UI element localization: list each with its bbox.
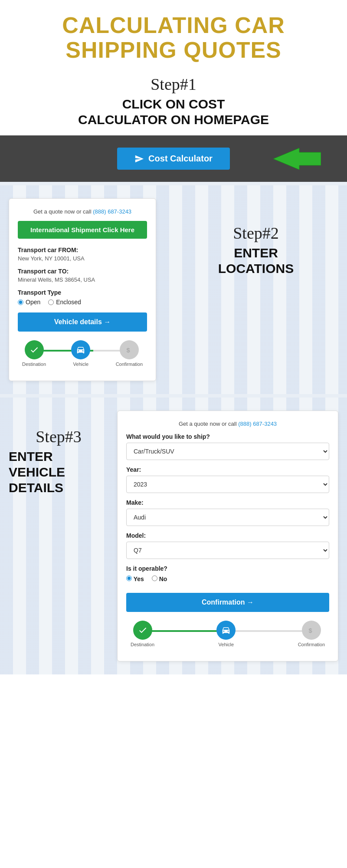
- dark-banner: Cost Calculator: [0, 135, 347, 182]
- svg-text:$: $: [308, 627, 312, 634]
- progress3-step-destination: Destination: [131, 621, 154, 647]
- svg-text:$: $: [126, 347, 130, 354]
- check3-icon: [138, 625, 147, 635]
- confirmation3-circle: $: [302, 621, 321, 640]
- step1-section: Step#1 CLICK ON COST CALCULATOR ON HOMEP…: [0, 75, 347, 182]
- no-radio[interactable]: [152, 575, 157, 581]
- make-label: Make:: [126, 499, 329, 506]
- from-value: New York, NY 10001, USA: [18, 255, 147, 262]
- transport-type-row: Transport Type Open Enclosed: [18, 289, 147, 306]
- enclosed-radio[interactable]: [48, 299, 54, 305]
- confirmation3-label: Confirmation: [298, 642, 325, 647]
- vehicle3-label: Vehicle: [219, 642, 234, 647]
- step1-label: Step#1: [0, 75, 347, 94]
- progress-step-confirmation: $ Confirmation: [116, 340, 143, 367]
- header-title: CALCULATING CAR SHIPPING QUOTES: [9, 13, 338, 62]
- destination3-circle: [133, 621, 152, 640]
- no-radio-label[interactable]: No: [152, 575, 167, 582]
- step2-description: ENTER LOCATIONS: [174, 245, 338, 276]
- check-icon: [29, 345, 39, 355]
- destination-circle: [25, 340, 44, 359]
- vehicle-details-button[interactable]: Vehicle details →: [18, 312, 147, 332]
- step2-label: Step#2: [174, 224, 338, 243]
- cost-calculator-button[interactable]: Cost Calculator: [117, 148, 230, 170]
- progress3-step-confirmation: $ Confirmation: [298, 621, 325, 647]
- phone-link-step2[interactable]: (888) 687-3243: [93, 208, 131, 215]
- step2-right: Step#2 ENTER LOCATIONS: [165, 198, 338, 276]
- step1-description: CLICK ON COST CALCULATOR ON HOMEPAGE: [0, 96, 347, 128]
- vehicle-label: Vehicle: [73, 362, 88, 367]
- ship-type-label: What would you like to ship?: [126, 433, 329, 440]
- car-icon: [76, 345, 85, 355]
- step2-form-card: Get a quote now or call (888) 687-3243 I…: [9, 198, 156, 381]
- progress-bar-step3: Destination Vehicle $ Confirmation: [126, 621, 329, 651]
- progress-steps3: Destination Vehicle $ Confirmation: [126, 621, 329, 647]
- to-value: Mineral Wells, MS 38654, USA: [18, 276, 147, 283]
- vehicle-circle: [71, 340, 90, 359]
- arrow-icon: [273, 148, 321, 170]
- operable-row: Is it operable? Yes No: [126, 565, 329, 586]
- yes-radio-label[interactable]: Yes: [126, 575, 144, 582]
- from-label: Transport car FROM:: [18, 247, 147, 253]
- transport-type-radio-group: Open Enclosed: [18, 299, 147, 306]
- quote-text-step2: Get a quote now or call (888) 687-3243: [18, 208, 147, 215]
- destination-label: Destination: [22, 362, 46, 367]
- svg-marker-0: [273, 148, 321, 170]
- ship-type-row: What would you like to ship? Car/Truck/S…: [126, 433, 329, 460]
- destination3-label: Destination: [131, 642, 154, 647]
- quote-text-step3: Get a quote now or call (888) 687-3243: [126, 421, 329, 427]
- model-select[interactable]: Q7: [126, 542, 329, 559]
- step3-label: Step#3: [9, 427, 108, 446]
- confirmation-button[interactable]: Confirmation →: [126, 593, 329, 612]
- enclosed-radio-label[interactable]: Enclosed: [48, 299, 81, 306]
- open-radio[interactable]: [18, 299, 23, 305]
- progress3-step-vehicle: Vehicle: [216, 621, 236, 647]
- operable-label: Is it operable?: [126, 565, 329, 572]
- phone-link-step3[interactable]: (888) 687-3243: [238, 421, 277, 427]
- confirmation-circle: $: [120, 340, 139, 359]
- send-icon: [134, 154, 144, 164]
- confirmation-label: Confirmation: [116, 362, 143, 367]
- progress-bar-step2: Destination Vehicle $ Confirmation: [18, 340, 147, 371]
- ship-type-select[interactable]: Car/Truck/SUV: [126, 443, 329, 460]
- header-section: CALCULATING CAR SHIPPING QUOTES: [0, 0, 347, 67]
- year-select[interactable]: 2023: [126, 476, 329, 493]
- make-select[interactable]: Audi: [126, 509, 329, 526]
- dollar3-icon: $: [307, 625, 316, 635]
- international-shipment-button[interactable]: International Shipment Click Here: [18, 221, 147, 239]
- yes-radio[interactable]: [126, 575, 132, 581]
- step2-section: Get a quote now or call (888) 687-3243 I…: [0, 185, 347, 394]
- open-radio-label[interactable]: Open: [18, 299, 40, 306]
- model-row: Model: Q7: [126, 532, 329, 559]
- transport-type-label: Transport Type: [18, 289, 147, 296]
- step3-form-card: Get a quote now or call (888) 687-3243 W…: [117, 411, 338, 661]
- dollar-icon: $: [124, 345, 134, 355]
- year-row: Year: 2023: [126, 466, 329, 493]
- progress-steps: Destination Vehicle $ Confirmation: [18, 340, 147, 367]
- progress-step-destination: Destination: [22, 340, 46, 367]
- make-row: Make: Audi: [126, 499, 329, 526]
- operable-radio-group: Yes No: [126, 575, 329, 586]
- progress-step-vehicle: Vehicle: [71, 340, 90, 367]
- step3-section: Step#3 ENTER VEHICLE DETAILS Get a quote…: [0, 398, 347, 674]
- year-label: Year:: [126, 466, 329, 473]
- step3-description: ENTER VEHICLE DETAILS: [9, 449, 108, 496]
- to-label: Transport car TO:: [18, 268, 147, 275]
- car3-icon: [221, 625, 231, 635]
- step3-left: Step#3 ENTER VEHICLE DETAILS: [9, 411, 108, 496]
- model-label: Model:: [126, 532, 329, 539]
- vehicle3-circle: [216, 621, 236, 640]
